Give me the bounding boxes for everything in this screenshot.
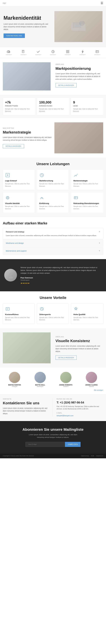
icon-item-7[interactable]: CONTACT <box>94 50 100 56</box>
services-grid: Logo Entwurf Sample text. Click to selec… <box>3 170 103 213</box>
logo: logo <box>3 2 6 4</box>
service-icon-5 <box>73 195 101 201</box>
service-desc-4: Sample text. Click to select the Text El… <box>39 205 67 210</box>
team-section: BERTIE NORTON Fotograf MATTIE BALL Barke… <box>0 368 106 394</box>
about-details-button[interactable]: DETAILS ANZEIGEN <box>56 83 77 87</box>
team-avatar-0 <box>9 372 20 383</box>
service-icon-3 <box>5 195 33 201</box>
table-icon <box>95 50 99 54</box>
svg-rect-8 <box>66 52 67 53</box>
visual-section: ÜBER UNS Visuelle Konsistenz Lorem ipsum… <box>0 328 106 368</box>
service-card-3: Visuelle Identität Sample text. Click to… <box>3 192 35 213</box>
call-label: RUFEN SIE UNS AN <box>57 398 103 400</box>
stat-number-0: +7k <box>5 100 33 104</box>
icon-item-4[interactable]: CONTACT <box>50 50 56 56</box>
icon-item-3[interactable]: CONTACT <box>35 50 41 56</box>
visual-image <box>3 332 50 363</box>
vorteil-title-1: Zeitersparnis <box>39 314 67 316</box>
hero-text: Markenidentität Lorem ipsum dolor sit am… <box>4 15 51 38</box>
aufbau-item-0[interactable]: Research and strategy + Lorem ipsum dolo… <box>3 228 103 239</box>
footer: Copyright © Click to select the footer l… <box>0 453 106 458</box>
team-role-3: Gärtner <box>80 386 103 387</box>
icon-label-1: CONTACT <box>6 54 12 56</box>
icon-label-3: CONTACT <box>35 54 41 56</box>
service-icon-0 <box>5 172 33 178</box>
testimonial-role: Webdesigner <box>21 279 102 281</box>
vorteil-desc-2: Sample text. Click to select the Text El… <box>73 316 101 321</box>
stat-desc-1: Sample text. Click to select the Text El… <box>39 108 67 112</box>
stat-card-0: +7k Weltweite Projekte Sample text. Clic… <box>3 98 35 115</box>
svg-rect-15 <box>6 196 9 199</box>
service-title-0: Logo Entwurf <box>5 180 33 182</box>
grid-icon <box>66 50 70 54</box>
service-desc-0: Sample text. Click to select the Text El… <box>5 182 33 187</box>
vorteile-section: Unsere Vorteile Kosteneffizienz Sample t… <box>0 291 106 328</box>
service-title-1: Marktforschung <box>39 180 67 182</box>
vorteile-grid: Kosteneffizienz Sample text. Click to se… <box>3 304 103 324</box>
icon-item-5[interactable]: CONTACT <box>65 50 71 56</box>
stat-number-2: 9 <box>73 100 101 104</box>
contact-left: KONTAKTE Kontaktieren Sie uns Lorem ipsu… <box>3 398 52 417</box>
subscribe-submit-button[interactable]: ANMELDEN <box>65 442 81 447</box>
hero-cta-button[interactable]: KONTAKTIERE UNS <box>4 34 25 38</box>
svg-rect-4 <box>22 50 24 53</box>
aufbau-item-title-2: Maintenance and support <box>6 250 27 252</box>
aufbau-expand-icon-2[interactable]: + <box>99 250 100 252</box>
email-link[interactable]: beispiel@beispiel.com <box>57 415 74 417</box>
aufbau-item-1[interactable]: Wireframe und design + <box>3 240 103 247</box>
hero-description: Lorem ipsum dolor sit amet, consectetur … <box>4 23 51 31</box>
team-name-3: JENNIE CLARKE <box>80 384 103 386</box>
contact-description: Lorem ipsum dolor sit amet, consectetur … <box>3 407 49 415</box>
strategy-details-button[interactable]: DETAILS ANZEIGEN <box>3 144 24 148</box>
vorteil-title-2: Hohe Qualität <box>73 314 101 316</box>
visual-details-button[interactable]: DETAILS ANZEIGEN <box>56 356 77 360</box>
team-name-1: MATTIE BALL <box>28 384 52 386</box>
service-icon-2 <box>73 172 101 178</box>
icons-row: CONTACT CONTACT CONTACT CONTACT CONTACT <box>0 47 106 58</box>
service-card-5: Rebranding-Dienstleistungen Sample text.… <box>71 192 103 213</box>
service-icon-4 <box>39 195 67 201</box>
service-desc-2: Sample text. Click to select the Text El… <box>73 182 101 187</box>
strategy-section: WAS WIR TUN Markenstrategie Lorem ipsum … <box>0 118 106 158</box>
hero-illustration <box>70 21 87 32</box>
service-card-0: Logo Entwurf Sample text. Click to selec… <box>3 170 35 190</box>
aufbau-item-title-1: Wireframe und design <box>6 242 24 244</box>
svg-rect-17 <box>74 197 78 199</box>
aufbau-item-2[interactable]: Maintenance and support + <box>3 247 103 254</box>
footer-copyright: Copyright © Click to select the footer l… <box>3 455 34 456</box>
subscribe-email-input[interactable] <box>25 442 65 447</box>
aufbau-expand-icon-1[interactable]: + <box>99 242 100 245</box>
vorteil-card-0: Kosteneffizienz Sample text. Click to se… <box>3 304 35 324</box>
hero-image <box>55 11 102 42</box>
aufbau-expand-icon-0[interactable]: + <box>99 230 100 233</box>
team-see-more[interactable]: Alle anzeigen <box>94 389 103 391</box>
icon-item-1[interactable]: CONTACT <box>6 50 12 56</box>
testimonial-avatar <box>4 269 17 282</box>
subscribe-title: Abonnieren Sie unsere Mailingliste <box>4 427 102 432</box>
icon-item-6[interactable]: CONTACT <box>80 50 85 56</box>
service-desc-5: Sample text. Click to select the Text El… <box>73 205 101 210</box>
team-avatar-2 <box>60 372 72 383</box>
testimonial-content: Nimmer ipsum dolor sit amet, consectetur… <box>21 266 102 284</box>
phone-number: T: +1 (324) 987-56-54 <box>57 401 103 404</box>
service-icon-1 <box>39 172 67 178</box>
service-title-2: Markenstrategie <box>73 180 101 182</box>
aufbau-title: Aufbau einer starken Marke <box>3 221 103 225</box>
menu-icon[interactable]: ☰ <box>101 2 103 5</box>
book-icon <box>22 50 25 54</box>
footer-links: Datenschutz AGB Impressum <box>81 455 103 456</box>
icon-label-5: CONTACT <box>65 54 71 56</box>
stat-desc-2: Sample text. Click to select the Text El… <box>73 108 101 112</box>
vorteil-desc-0: Sample text. Click to select the Text El… <box>5 316 33 321</box>
about-image <box>3 62 50 90</box>
icon-item-2[interactable]: CONTACT <box>21 50 27 56</box>
stat-label-2: Länder <box>73 105 101 107</box>
footer-link-2[interactable]: Impressum <box>96 455 103 456</box>
footer-link-0[interactable]: Datenschutz <box>81 455 89 456</box>
clock-icon <box>51 50 55 54</box>
footer-link-1[interactable]: AGB <box>91 455 94 456</box>
checkmark-icon <box>36 50 40 54</box>
strategy-content: WAS WIR TUN Markenstrategie Lorem ipsum … <box>3 128 51 148</box>
visual-content: ÜBER UNS Visuelle Konsistenz Lorem ipsum… <box>54 336 103 360</box>
stat-label-0: Weltweite Projekte <box>5 105 33 107</box>
